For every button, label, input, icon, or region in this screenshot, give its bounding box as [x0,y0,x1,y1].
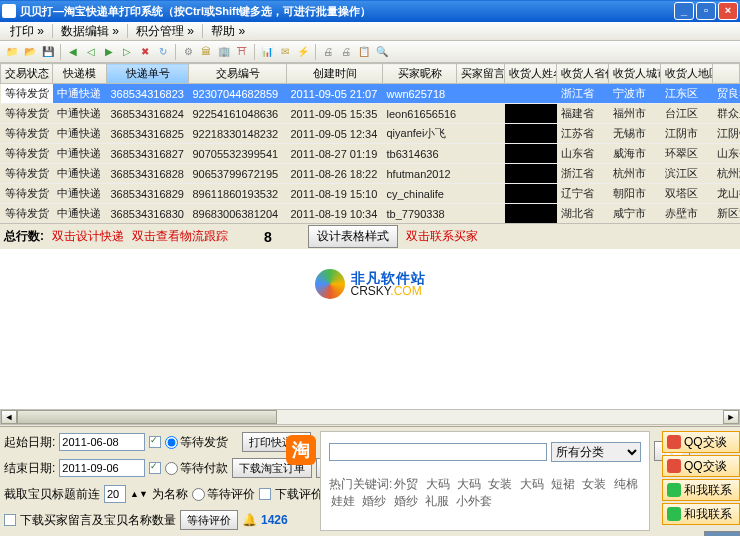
logo-text-en: CRSKY.COM [351,285,426,297]
hot-keyword-link[interactable]: 女装 [582,477,606,491]
toolbar-button-2[interactable]: 💾 [40,44,56,60]
eval-button[interactable]: 等待评价 [180,510,238,530]
download-eval-checkbox[interactable] [259,488,271,500]
truncate-input[interactable] [104,485,126,503]
table-row[interactable]: 等待发货中通快递368534316825922183301482322011-0… [1,124,740,144]
column-header[interactable]: 交易状态 [1,64,53,84]
close-button[interactable]: × [718,2,738,20]
tip-design[interactable]: 双击设计快递 [52,228,124,245]
column-header[interactable]: 收货人地区 [661,64,713,84]
contact-icon [667,483,681,497]
hot-keyword-link[interactable]: 短裙 [551,477,575,491]
table-row[interactable]: 等待发货中通快递368534316829896118601935322011-0… [1,184,740,204]
maximize-button[interactable]: ▫ [696,2,716,20]
scroll-right-arrow[interactable]: ► [723,410,739,424]
column-header[interactable]: 快递模 [53,64,107,84]
hot-keyword-link[interactable]: 大码 [426,477,450,491]
horizontal-scrollbar[interactable]: ◄ ► [0,409,740,425]
table-row[interactable]: 等待发货中通快递368534316824922541610486362011-0… [1,104,740,124]
logo-swirl-icon [315,269,345,299]
toolbar-button-20[interactable]: 🖨 [320,44,336,60]
radio-waiting-eval[interactable]: 等待评价 [192,486,255,503]
search-input[interactable] [329,443,547,461]
menubar: 打印 » 数据编辑 » 积分管理 » 帮助 » [0,22,740,41]
contact-button[interactable]: 和我联系 [662,479,740,501]
scroll-left-arrow[interactable]: ◄ [1,410,17,424]
start-date-input[interactable] [59,433,145,451]
hot-keyword-link[interactable]: 婚纱 [362,494,386,508]
cs-avatar[interactable] [704,531,740,536]
toolbar-button-8[interactable]: ✖ [137,44,153,60]
contact-button[interactable]: 和我联系 [662,503,740,525]
toolbar-button-16[interactable]: 📊 [259,44,275,60]
menu-print[interactable]: 打印 » [4,22,50,41]
menu-points[interactable]: 积分管理 » [130,22,200,41]
radio-waiting-pay[interactable]: 等待付款 [165,460,228,477]
contact-button[interactable]: QQ交谈 [662,455,740,477]
toolbar-button-17[interactable]: ✉ [277,44,293,60]
menu-help[interactable]: 帮助 » [205,22,251,41]
column-header[interactable]: 收货人姓名 [505,64,557,84]
toolbar-button-11[interactable]: ⚙ [180,44,196,60]
column-header[interactable]: 收货人省份 [557,64,609,84]
toolbar-button-4[interactable]: ◀ [65,44,81,60]
scroll-thumb[interactable] [17,410,277,424]
toolbar-button-6[interactable]: ▶ [101,44,117,60]
toolbar-button-9[interactable]: ↻ [155,44,171,60]
column-header[interactable]: 创建时间 [287,64,383,84]
hot-keyword-link[interactable]: 女装 [488,477,512,491]
toolbar-button-5[interactable]: ◁ [83,44,99,60]
toolbar-button-0[interactable]: 📁 [4,44,20,60]
end-date-picker-icon[interactable] [149,462,161,474]
toolbar-button-14[interactable]: ⛩ [234,44,250,60]
menu-data-edit[interactable]: 数据编辑 » [55,22,125,41]
table-row[interactable]: 等待发货中通快递368534316823923070446828592011-0… [1,84,740,104]
contact-icon [667,459,681,473]
column-header[interactable]: 交易编号 [189,64,287,84]
tip-track[interactable]: 双击查看物流跟踪 [132,228,228,245]
column-header[interactable]: 收货人城市 [609,64,661,84]
hot-keyword-link[interactable]: 大码 [520,477,544,491]
hot-keyword-link[interactable]: 娃娃 [331,494,355,508]
end-date-label: 结束日期: [4,460,55,477]
summary-bar: 总行数: 双击设计快递 双击查看物流跟踪 8 设计表格样式 双击联系买家 [0,223,740,249]
search-panel: 所有分类 热门关键词:外贸 大码 大码 女装 大码 短裙 女装 纯棉 娃娃 婚纱… [320,431,650,531]
tip-contact[interactable]: 双击联系买家 [406,228,478,245]
column-header[interactable]: 买家昵称 [383,64,457,84]
window-title: 贝贝打—淘宝快递单打印系统（按Ctrl或Shift键多选，可进行批量操作） [20,4,674,19]
toolbar-button-12[interactable]: 🏛 [198,44,214,60]
contact-button[interactable]: QQ交谈 [662,431,740,453]
hot-keyword-link[interactable]: 婚纱 [394,494,418,508]
table-row[interactable]: 等待发货中通快递368534316828906537996721952011-0… [1,164,740,184]
bell-icon[interactable]: 🔔 [242,513,257,527]
column-header[interactable]: 快递单号 [107,64,189,84]
toolbar-button-22[interactable]: 📋 [356,44,372,60]
hot-keyword-link[interactable]: 礼服 [425,494,449,508]
column-header[interactable]: 买家留言 [457,64,505,84]
toolbar-button-23[interactable]: 🔍 [374,44,390,60]
column-header[interactable] [713,64,740,84]
toolbar-button-1[interactable]: 📂 [22,44,38,60]
radio-waiting-ship[interactable]: 等待发货 [165,434,228,451]
toolbar-button-13[interactable]: 🏢 [216,44,232,60]
toolbar-button-7[interactable]: ▷ [119,44,135,60]
start-date-picker-icon[interactable] [149,436,161,448]
hot-keyword-link[interactable]: 大码 [457,477,481,491]
table-row[interactable]: 等待发货中通快递368534316827907055323995412011-0… [1,144,740,164]
contact-icon [667,507,681,521]
toolbar-button-21[interactable]: 🖨 [338,44,354,60]
hot-keyword-link[interactable]: 小外套 [456,494,492,508]
data-grid[interactable]: 交易状态快递模快递单号交易编号创建时间买家昵称买家留言收货人姓名收货人省份收货人… [0,63,740,223]
hot-keyword-link[interactable]: 外贸 [394,477,418,491]
hot-keyword-link[interactable]: 纯棉 [614,477,638,491]
truncate-label2: 为名称 [152,486,188,503]
minimize-button[interactable]: _ [674,2,694,20]
toolbar-button-18[interactable]: ⚡ [295,44,311,60]
design-table-button[interactable]: 设计表格样式 [308,225,398,248]
table-row[interactable]: 等待发货中通快递368534316830896830063812042011-0… [1,204,740,224]
download-msg-checkbox[interactable] [4,514,16,526]
category-select[interactable]: 所有分类 [551,442,641,462]
end-date-input[interactable] [59,459,145,477]
titlebar: 贝贝打—淘宝快递单打印系统（按Ctrl或Shift键多选，可进行批量操作） _ … [0,0,740,22]
toolbar: 📁📂💾◀◁▶▷✖↻⚙🏛🏢⛩📊✉⚡🖨🖨📋🔍 [0,41,740,63]
